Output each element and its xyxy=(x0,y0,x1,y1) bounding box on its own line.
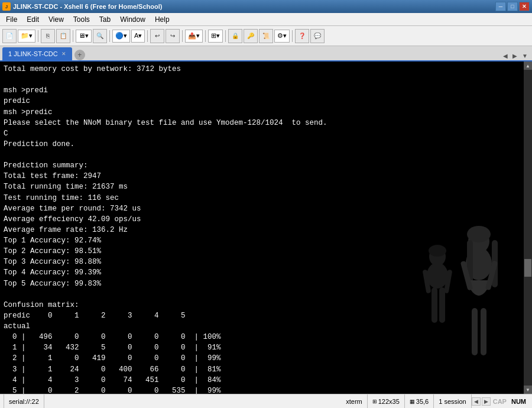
new-session-button[interactable]: 📄 xyxy=(2,29,17,43)
back-button[interactable]: ↩ xyxy=(150,29,164,43)
separator-8 xyxy=(292,30,293,42)
copy-button[interactable]: ⎘ xyxy=(41,29,55,43)
sessions-label: 1 session xyxy=(439,398,466,405)
maximize-button[interactable]: □ xyxy=(507,2,518,11)
menu-edit[interactable]: Edit xyxy=(22,14,44,25)
title-bar: J JLINK-ST-CDC - Xshell 6 (Free for Home… xyxy=(0,0,532,13)
menu-tools[interactable]: Tools xyxy=(69,14,95,25)
new-tab-button[interactable]: + xyxy=(74,50,85,60)
tabs-nav-more[interactable]: ▼ xyxy=(520,51,530,60)
menu-file[interactable]: File xyxy=(1,14,22,25)
caps-lock-indicator: CAP xyxy=(491,398,509,405)
cursor-icon: ▦ xyxy=(410,399,415,404)
message-button[interactable]: 💬 xyxy=(310,29,325,43)
toolbar: 📄 📁▾ ⎘ 📋 🖥▾ 🔍 🔵▾ A▾ ↩ ↪ 📤▾ ⊞▾ 🔒 🔑 📜 ⚙▾ ❓… xyxy=(0,26,532,46)
grid-icon: ⊞ xyxy=(372,399,377,404)
font-dropdown[interactable]: A▾ xyxy=(131,30,145,43)
sessions-status: 1 session xyxy=(434,394,471,408)
view-dropdown[interactable]: 🖥▾ xyxy=(76,30,92,43)
macro-dropdown[interactable]: ⚙▾ xyxy=(274,30,290,43)
filetransfer-dropdown[interactable]: 📤▾ xyxy=(185,30,203,43)
title-bar-left: J JLINK-ST-CDC - Xshell 6 (Free for Home… xyxy=(2,2,162,11)
cursor-pos-status: ▦ 35,6 xyxy=(405,394,434,408)
lock-button[interactable]: 🔒 xyxy=(228,29,242,43)
terminal-container: Total memory cost by network: 3712 bytes… xyxy=(0,61,532,394)
next-session-button[interactable]: ▶ xyxy=(482,397,491,406)
dimensions-label: 122x35 xyxy=(378,398,400,405)
scroll-track[interactable] xyxy=(524,70,532,386)
separator-4 xyxy=(147,30,148,42)
close-button[interactable]: ✕ xyxy=(519,2,530,11)
scroll-down-button[interactable]: ▼ xyxy=(524,386,532,394)
window-title: JLINK-ST-CDC - Xshell 6 (Free for Home/S… xyxy=(13,3,162,10)
serial-port-label: serial://:22 xyxy=(9,398,39,405)
scroll-thumb[interactable] xyxy=(524,259,531,277)
dimensions-status: ⊞ 122x35 xyxy=(368,394,405,408)
term-type-label: xterm xyxy=(346,398,362,405)
menu-tab[interactable]: Tab xyxy=(95,14,115,25)
menu-view[interactable]: View xyxy=(44,14,69,25)
tabs-row: 1 JLINK-ST-CDC ✕ + ◀ ▶ ▼ xyxy=(0,46,532,61)
tabs-nav-right[interactable]: ▶ xyxy=(511,51,519,60)
active-tab[interactable]: 1 JLINK-ST-CDC ✕ xyxy=(2,47,72,60)
separator-2 xyxy=(73,30,73,42)
separator-1 xyxy=(38,30,38,42)
color-dropdown[interactable]: 🔵▾ xyxy=(112,30,130,43)
term-type-status: xterm xyxy=(341,394,368,408)
cursor-pos-label: 35,6 xyxy=(416,398,429,405)
script-button[interactable]: 📜 xyxy=(259,29,273,43)
minimize-button[interactable]: ─ xyxy=(495,2,506,11)
tabs-nav-left[interactable]: ◀ xyxy=(501,51,510,60)
scroll-up-button[interactable]: ▲ xyxy=(524,61,532,70)
separator-7 xyxy=(225,30,226,42)
view2-dropdown[interactable]: ⊞▾ xyxy=(208,30,223,43)
window-controls: ─ □ ✕ xyxy=(495,2,530,11)
zoom-button[interactable]: 🔍 xyxy=(93,29,107,43)
tab-close-button[interactable]: ✕ xyxy=(61,51,66,57)
tabs-navigation: ◀ ▶ ▼ xyxy=(501,51,530,60)
help-button[interactable]: ❓ xyxy=(295,29,309,43)
tab-label: 1 JLINK-ST-CDC xyxy=(8,50,58,57)
paste-button[interactable]: 📋 xyxy=(56,29,70,43)
vertical-scrollbar[interactable]: ▲ ▼ xyxy=(524,61,532,394)
separator-3 xyxy=(109,30,110,42)
session-nav: ◀ ▶ xyxy=(472,397,491,406)
separator-5 xyxy=(182,30,183,42)
menu-window[interactable]: Window xyxy=(115,14,150,25)
serial-port-status: serial://:22 xyxy=(4,394,44,408)
prev-session-button[interactable]: ◀ xyxy=(472,397,481,406)
menu-bar: File Edit View Tools Tab Window Help xyxy=(0,13,532,26)
separator-6 xyxy=(205,30,206,42)
open-dropdown[interactable]: 📁▾ xyxy=(18,30,35,43)
terminal-output[interactable]: Total memory cost by network: 3712 bytes… xyxy=(0,61,524,394)
num-lock-indicator: NUM xyxy=(509,398,528,405)
menu-help[interactable]: Help xyxy=(150,14,174,25)
forward-button[interactable]: ↪ xyxy=(166,29,180,43)
key-button[interactable]: 🔑 xyxy=(244,29,258,43)
app-icon: J xyxy=(2,2,11,11)
status-bar: serial://:22 xterm ⊞ 122x35 ▦ 35,6 1 ses… xyxy=(0,394,532,408)
